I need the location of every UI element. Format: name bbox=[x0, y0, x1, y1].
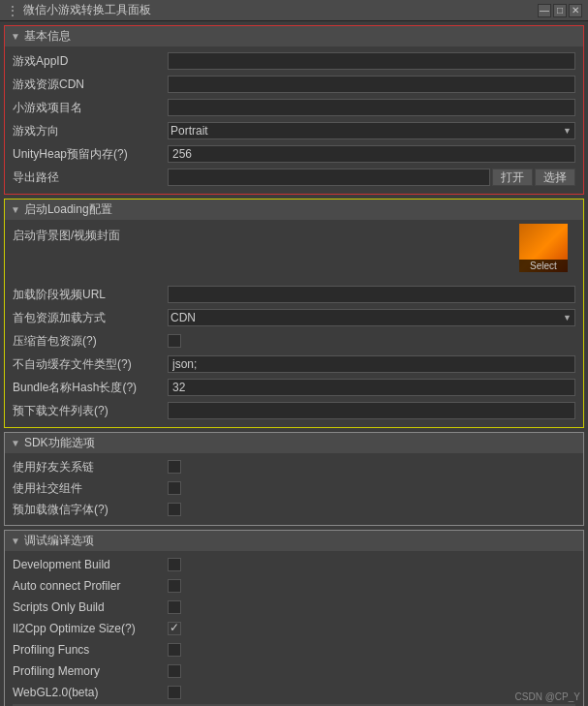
export-input-group: 打开 选择 bbox=[168, 169, 575, 186]
preload-label: 预下载文件列表(?) bbox=[13, 403, 168, 419]
basic-arrow-icon: ▼ bbox=[11, 31, 20, 42]
first-package-label: 首包资源加载方式 bbox=[13, 310, 168, 326]
debug-header[interactable]: ▼ 调试编译选项 bbox=[5, 531, 583, 551]
no-cache-input[interactable] bbox=[168, 355, 575, 373]
auto-connect-checkbox[interactable] bbox=[168, 579, 181, 593]
project-label: 小游戏项目名 bbox=[13, 100, 168, 116]
preload-input[interactable] bbox=[168, 402, 575, 419]
title-bar-left: ⋮ 微信小游戏转换工具面板 bbox=[6, 2, 151, 18]
video-url-row: 加载阶段视频URL bbox=[13, 284, 575, 305]
project-input[interactable] bbox=[168, 99, 575, 116]
scripts-only-label: Scripts Only Build bbox=[13, 600, 168, 614]
title-bar-controls: — □ ✕ bbox=[538, 4, 582, 17]
il2cpp-label: Il2Cpp Optimize Size(?) bbox=[13, 622, 168, 635]
open-button[interactable]: 打开 bbox=[492, 169, 533, 186]
cdn-label: 游戏资源CDN bbox=[13, 77, 168, 93]
social-label: 使用社交组件 bbox=[13, 480, 168, 497]
auto-connect-row: Auto connect Profiler bbox=[13, 576, 575, 596]
bundle-hash-label: Bundle名称Hash长度(?) bbox=[13, 380, 168, 396]
first-package-select-wrapper: CDN 本地 bbox=[168, 309, 575, 326]
profiling-memory-row: Profiling Memory bbox=[13, 661, 575, 681]
bg-image-content: Select bbox=[168, 224, 575, 272]
webgl2-label: WebGL2.0(beta) bbox=[13, 686, 168, 699]
sdk-header[interactable]: ▼ SDK功能选项 bbox=[5, 433, 583, 453]
scripts-only-checkbox[interactable] bbox=[168, 600, 181, 614]
no-cache-label: 不自动缓存文件类型(?) bbox=[13, 356, 168, 373]
profiling-funcs-checkbox[interactable] bbox=[168, 643, 181, 657]
auto-connect-label: Auto connect Profiler bbox=[13, 579, 168, 593]
compress-checkbox[interactable] bbox=[168, 334, 181, 348]
dev-build-label: Development Build bbox=[13, 558, 168, 571]
heap-row: UnityHeap预留内存(?) bbox=[13, 143, 575, 165]
debug-body: Development Build Auto connect Profiler … bbox=[5, 551, 583, 706]
appid-row: 游戏AppID bbox=[13, 50, 575, 72]
il2cpp-checkbox[interactable] bbox=[168, 622, 181, 635]
image-select-btn[interactable]: Select bbox=[519, 260, 568, 272]
bundle-hash-input[interactable] bbox=[168, 379, 575, 396]
heap-input[interactable] bbox=[168, 145, 575, 163]
appid-label: 游戏AppID bbox=[13, 53, 168, 70]
debug-label: 调试编译选项 bbox=[24, 533, 94, 549]
debug-section: ▼ 调试编译选项 Development Build Auto connect … bbox=[4, 530, 584, 706]
bg-image-label: 启动背景图/视频封面 bbox=[13, 224, 168, 244]
heap-label: UnityHeap预留内存(?) bbox=[13, 146, 168, 163]
select-button[interactable]: 选择 bbox=[535, 169, 575, 186]
cdn-row: 游戏资源CDN bbox=[13, 74, 575, 95]
font-row: 预加载微信字体(?) bbox=[13, 500, 575, 519]
panel-content: ▼ 基本信息 游戏AppID 游戏资源CDN 小游戏项目名 bbox=[0, 21, 588, 706]
debug-arrow-icon: ▼ bbox=[11, 536, 20, 546]
video-url-input[interactable] bbox=[168, 286, 575, 303]
bg-image-preview[interactable]: Select bbox=[519, 224, 568, 272]
font-checkbox[interactable] bbox=[168, 503, 181, 516]
profiling-funcs-label: Profiling Funcs bbox=[13, 643, 168, 657]
sdk-body: 使用好友关系链 使用社交组件 预加载微信字体(?) bbox=[5, 453, 583, 525]
dots-icon[interactable]: ⋮ bbox=[6, 3, 19, 18]
font-label: 预加载微信字体(?) bbox=[13, 502, 168, 518]
preload-row: 预下载文件列表(?) bbox=[13, 400, 575, 421]
friend-row: 使用好友关系链 bbox=[13, 457, 575, 476]
social-checkbox[interactable] bbox=[168, 481, 181, 495]
dev-build-row: Development Build bbox=[13, 555, 575, 574]
dev-build-checkbox[interactable] bbox=[168, 558, 181, 571]
cdn-input[interactable] bbox=[168, 76, 575, 93]
loading-arrow-icon: ▼ bbox=[11, 204, 20, 215]
export-label: 导出路径 bbox=[13, 169, 168, 186]
minimize-button[interactable]: — bbox=[538, 4, 551, 17]
compress-row: 压缩首包资源(?) bbox=[13, 330, 575, 352]
loading-config-section: ▼ 启动Loading配置 启动背景图/视频封面 Select 加载阶段视频UR… bbox=[4, 199, 584, 428]
window-title: 微信小游戏转换工具面板 bbox=[23, 2, 151, 18]
project-row: 小游戏项目名 bbox=[13, 97, 575, 118]
orientation-label: 游戏方向 bbox=[13, 123, 168, 139]
close-button[interactable]: ✕ bbox=[569, 4, 582, 17]
profiling-memory-label: Profiling Memory bbox=[13, 664, 168, 678]
export-row: 导出路径 打开 选择 bbox=[13, 167, 575, 188]
webgl2-checkbox[interactable] bbox=[168, 686, 181, 699]
webgl2-row: WebGL2.0(beta) bbox=[13, 683, 575, 702]
compress-label: 压缩首包资源(?) bbox=[13, 333, 168, 350]
friend-label: 使用好友关系链 bbox=[13, 459, 168, 476]
il2cpp-row: Il2Cpp Optimize Size(?) bbox=[13, 619, 575, 638]
profiling-memory-checkbox[interactable] bbox=[168, 664, 181, 678]
basic-info-section: ▼ 基本信息 游戏AppID 游戏资源CDN 小游戏项目名 bbox=[4, 25, 584, 195]
watermark: CSDN @CP_Y bbox=[515, 691, 580, 702]
first-package-row: 首包资源加载方式 CDN 本地 bbox=[13, 307, 575, 328]
orientation-select[interactable]: Portrait Landscape bbox=[168, 122, 575, 139]
scripts-only-row: Scripts Only Build bbox=[13, 598, 575, 617]
profiling-funcs-row: Profiling Funcs bbox=[13, 640, 575, 660]
first-package-select[interactable]: CDN 本地 bbox=[168, 309, 575, 326]
loading-config-body: 启动背景图/视频封面 Select 加载阶段视频URL 首包资源加载方式 bbox=[5, 220, 583, 427]
title-bar: ⋮ 微信小游戏转换工具面板 — □ ✕ bbox=[0, 0, 588, 21]
video-url-label: 加载阶段视频URL bbox=[13, 287, 168, 303]
export-input[interactable] bbox=[168, 169, 490, 186]
appid-input[interactable] bbox=[168, 52, 575, 70]
orientation-row: 游戏方向 Portrait Landscape bbox=[13, 120, 575, 141]
orientation-select-wrapper: Portrait Landscape bbox=[168, 122, 575, 139]
no-cache-row: 不自动缓存文件类型(?) bbox=[13, 353, 575, 375]
loading-config-header[interactable]: ▼ 启动Loading配置 bbox=[5, 200, 583, 220]
basic-info-header[interactable]: ▼ 基本信息 bbox=[5, 26, 583, 46]
maximize-button[interactable]: □ bbox=[553, 4, 567, 17]
bg-image-row: 启动背景图/视频封面 Select bbox=[13, 224, 575, 282]
friend-checkbox[interactable] bbox=[168, 460, 181, 474]
social-row: 使用社交组件 bbox=[13, 478, 575, 498]
loading-config-label: 启动Loading配置 bbox=[24, 201, 112, 218]
